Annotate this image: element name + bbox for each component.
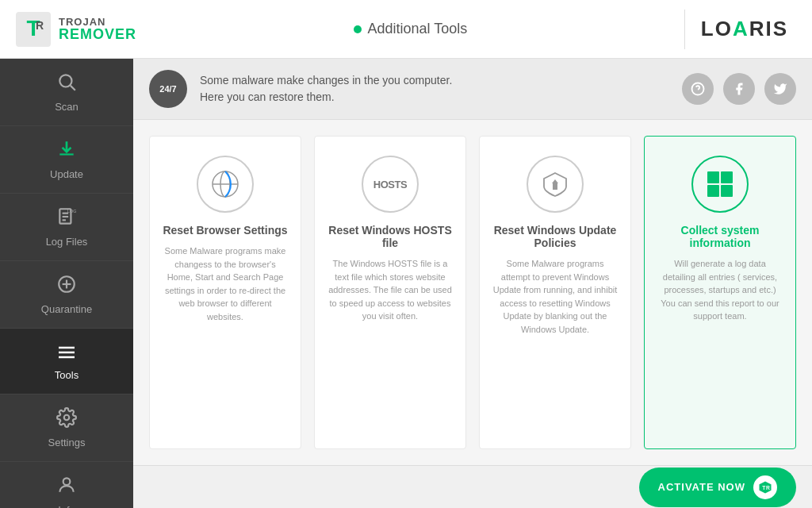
- reset-hosts-desc: The Windows HOSTS file is a text file wh…: [327, 257, 453, 323]
- bottom-bar: ACTIVATE NOW TR: [133, 465, 812, 508]
- reset-hosts-icon: HOSTS: [362, 156, 419, 213]
- header-brand: LOARIS: [701, 17, 812, 41]
- sidebar-quarantine-label: Quarantine: [41, 303, 92, 315]
- collect-system-title: Collect system information: [657, 224, 783, 249]
- sidebar-settings-label: Settings: [48, 437, 86, 448]
- tool-card-reset-update[interactable]: Reset Windows Update Policies Some Malwa…: [479, 136, 631, 449]
- help-icon-button[interactable]: [682, 73, 714, 105]
- update-icon: [56, 139, 77, 165]
- collect-system-icon: [691, 156, 749, 213]
- reset-browser-desc: Some Malware programs make changess to t…: [163, 244, 288, 323]
- svg-point-17: [63, 478, 71, 485]
- reset-hosts-title: Reset Windows HOSTS file: [327, 224, 453, 249]
- header-section-title: Additional Tools: [368, 21, 468, 37]
- scan-icon: [56, 71, 77, 98]
- sidebar-item-update[interactable]: Update: [0, 126, 133, 194]
- svg-text:TR: TR: [762, 485, 771, 491]
- logo-icon: T R: [16, 12, 51, 47]
- reset-update-title: Reset Windows Update Policies: [492, 224, 618, 249]
- banner-badge: 24/7: [149, 70, 187, 108]
- windows-logo: [707, 171, 733, 197]
- header-divider: [684, 10, 685, 49]
- sidebar-item-info[interactable]: Info: [0, 462, 133, 508]
- logo-text: TROJAN REMOVER: [59, 17, 136, 41]
- sidebar-item-settings[interactable]: Settings: [0, 394, 133, 462]
- app-body: Scan Update LOG Log Files: [0, 59, 812, 508]
- tool-card-reset-hosts[interactable]: HOSTS Reset Windows HOSTS file The Windo…: [314, 136, 466, 449]
- svg-point-16: [64, 415, 70, 421]
- settings-icon: [56, 407, 77, 433]
- sidebar: Scan Update LOG Log Files: [0, 59, 133, 508]
- quarantine-icon: [56, 274, 77, 300]
- logo: T R TROJAN REMOVER: [0, 12, 152, 47]
- reset-update-icon: [527, 156, 584, 213]
- sidebar-item-quarantine[interactable]: Quarantine: [0, 261, 133, 329]
- sidebar-item-scan[interactable]: Scan: [0, 59, 133, 126]
- tool-card-collect-system[interactable]: Collect system information Will generate…: [644, 136, 796, 449]
- header: T R TROJAN REMOVER Additional Tools LOAR…: [0, 0, 812, 59]
- logo-remover: REMOVER: [59, 27, 136, 41]
- activate-logo-icon: TR: [753, 475, 777, 499]
- svg-point-3: [59, 75, 71, 87]
- tools-icon: [56, 341, 77, 366]
- info-person-icon: [56, 475, 77, 501]
- sidebar-update-label: Update: [50, 168, 83, 180]
- svg-text:R: R: [36, 19, 44, 32]
- sidebar-info-label: Info: [58, 504, 75, 508]
- sidebar-item-tools[interactable]: Tools: [0, 329, 133, 394]
- main-content: 24/7 Some malware make changes in the yo…: [133, 59, 812, 508]
- facebook-icon-button[interactable]: [723, 73, 755, 105]
- svg-marker-23: [552, 179, 558, 190]
- tool-card-reset-browser[interactable]: Reset Browser Settings Some Malware prog…: [149, 136, 301, 449]
- activate-button[interactable]: ACTIVATE NOW TR: [639, 468, 796, 507]
- sidebar-scan-label: Scan: [55, 101, 79, 113]
- header-center: Additional Tools: [152, 21, 668, 37]
- reset-update-desc: Some Malware programs attempt to prevent…: [492, 257, 618, 336]
- twitter-icon-button[interactable]: [764, 73, 796, 105]
- banner-line1: Some malware make changes in the you com…: [200, 72, 669, 89]
- tools-grid: Reset Browser Settings Some Malware prog…: [133, 120, 812, 465]
- banner-icons: [682, 73, 796, 105]
- info-banner: 24/7 Some malware make changes in the yo…: [133, 59, 812, 120]
- svg-line-4: [71, 86, 75, 90]
- activate-label: ACTIVATE NOW: [658, 481, 745, 493]
- reset-browser-title: Reset Browser Settings: [163, 224, 287, 237]
- banner-text: Some malware make changes in the you com…: [200, 72, 669, 106]
- svg-text:LOG: LOG: [67, 209, 76, 214]
- sidebar-tools-label: Tools: [55, 369, 79, 381]
- active-dot: [354, 25, 362, 33]
- collect-system-desc: Will generate a log data detailing all e…: [657, 257, 783, 323]
- reset-browser-icon: [197, 156, 254, 213]
- sidebar-log-label: Log Files: [46, 236, 88, 248]
- sidebar-item-log-files[interactable]: LOG Log Files: [0, 194, 133, 261]
- banner-line2: Here you can restore them.: [200, 89, 669, 106]
- log-files-icon: LOG: [56, 206, 77, 233]
